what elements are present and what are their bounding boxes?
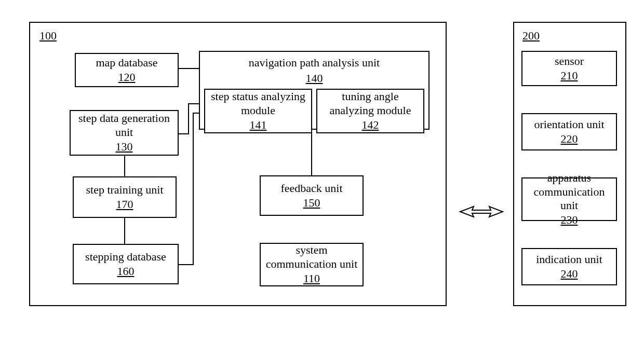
step-training-title: step training unit (86, 183, 163, 197)
step-data-generation-num: 130 (116, 140, 133, 154)
stepping-database-title: stepping database (85, 250, 166, 264)
sensor-title: sensor (555, 54, 584, 68)
apparatus-comm-unit-box: apparatus communication unit 230 (521, 177, 617, 221)
diagram-canvas: 100 map database 120 step data generatio… (0, 0, 644, 344)
indication-unit-num: 240 (561, 267, 578, 281)
orientation-unit-title: orientation unit (534, 118, 604, 131)
nav-unit-num: 140 (306, 72, 323, 85)
sensor-num: 210 (561, 69, 578, 82)
stepping-database-box: stepping database 160 (73, 244, 179, 284)
feedback-unit-title: feedback unit (280, 182, 342, 195)
sys-comm-unit-title: system communication unit (261, 243, 363, 271)
tuning-angle-module-box: tuning angle analyzing module 142 (316, 89, 424, 133)
feedback-unit-num: 150 (303, 196, 320, 210)
apparatus-200-ref: 200 (522, 29, 540, 43)
tuning-angle-module-num: 142 (362, 118, 379, 132)
map-database-title: map database (96, 56, 157, 70)
step-status-module-title: step status analyzing module (205, 90, 311, 117)
system-100-ref: 100 (39, 29, 57, 43)
sys-comm-unit-box: system communication unit 110 (260, 243, 364, 286)
apparatus-comm-unit-title: apparatus communication unit (522, 171, 616, 212)
nav-unit-title: navigation path analysis unit (249, 54, 380, 70)
map-database-num: 120 (118, 71, 136, 84)
step-training-box: step training unit 170 (73, 176, 177, 218)
indication-unit-box: indication unit 240 (521, 248, 617, 285)
orientation-unit-box: orientation unit 220 (521, 113, 617, 150)
indication-unit-title: indication unit (536, 253, 602, 266)
svg-marker-4 (460, 207, 503, 217)
orientation-unit-num: 220 (561, 132, 578, 146)
feedback-unit-box: feedback unit 150 (260, 175, 364, 216)
stepping-database-num: 160 (117, 265, 135, 278)
sensor-box: sensor 210 (521, 51, 617, 86)
sys-comm-unit-num: 110 (303, 272, 320, 285)
step-status-module-box: step status analyzing module 141 (204, 89, 312, 133)
tuning-angle-module-title: tuning angle analyzing module (317, 90, 423, 117)
map-database-box: map database 120 (75, 53, 179, 87)
step-data-generation-box: step data generation unit 130 (70, 110, 179, 156)
nav-unit-box: navigation path analysis unit 140 step s… (199, 51, 430, 130)
step-data-generation-title: step data generation unit (71, 112, 178, 139)
step-status-module-num: 141 (250, 118, 267, 132)
step-training-num: 170 (116, 198, 133, 211)
apparatus-comm-unit-num: 230 (561, 213, 578, 227)
